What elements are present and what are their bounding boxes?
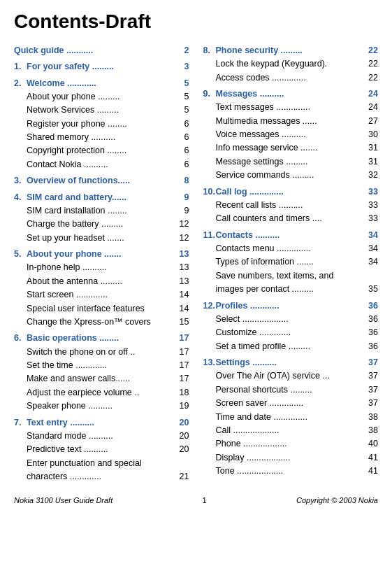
toc-sub-label: Register your phone ........ [27,118,183,131]
toc-sub-page: 27 [368,115,378,128]
toc-sub-page: 20 [180,430,189,443]
toc-sub-page: 40 [368,437,378,451]
toc-sub-page: 37 [368,383,378,397]
toc-sub-entry: Special user interface features14 [14,302,189,316]
toc-main-label: Phone security ......... [216,44,368,57]
toc-sub-page: 24 [368,101,378,114]
toc-sub-entry: Call ................... 38 [203,424,379,437]
footer-left: Nokia 3100 User Guide Draft [14,496,112,504]
toc-number: 8. [203,44,216,57]
toc-number: 7. [14,416,27,430]
toc-sub-label: Call counters and timers .... [216,212,368,225]
toc-number: 3. [14,174,27,188]
toc-sub-entry: Set the time ............. 17 [14,359,189,372]
toc-sub-entry: Types of information ....... 34 [203,255,379,269]
toc-page: 33 [368,185,378,199]
toc-sub-label: Select ................... [216,313,368,326]
toc-sub-label: Predictive text .......... [27,443,178,456]
toc-sub-entry: Call counters and timers .... 33 [203,212,379,225]
toc-sub-label: Set the time ............. [27,359,178,372]
toc-sub-page: 6 [184,131,189,144]
toc-sub-page: 21 [180,470,189,483]
toc-sub-entry: Contacts menu .............. 34 [203,242,379,255]
toc-sub-label: Call ................... [216,424,368,437]
toc-main-entry: 1. For your safety ......... 3 [14,60,189,73]
toc-sub-page: 15 [180,316,189,329]
toc-sub-page: 14 [180,302,189,316]
toc-page: 8 [184,174,189,188]
toc-sub-entry: In-phone help .......... 13 [14,261,189,274]
toc-sub-label: Service commands ......... [216,169,368,182]
toc-sub-label: Set up your headset ....... [27,232,178,245]
toc-main-entry: 5. About your phone ....... 13 [14,248,189,261]
toc-sub-page: 37 [368,397,378,410]
toc-sub-label: Personal shortcuts ......... [216,383,368,397]
toc-page: 5 [184,77,189,90]
toc-sub-entry: characters ............. 21 [14,470,189,483]
footer: Nokia 3100 User Guide Draft 1 Copyright … [14,496,378,504]
toc-sub-entry: Select ................... 36 [203,313,379,326]
toc-sub-entry: Time and date .............. 38 [203,411,379,424]
toc-sub-entry: Change the Xpress-on™ covers15 [14,316,189,329]
toc-sub-entry: Start screen ............. 14 [14,288,189,302]
toc-sub-page: 36 [368,340,378,353]
toc-sub-label: Display .................. [216,451,368,465]
toc-sub-label: Types of information ....... [216,255,368,269]
toc-main-label: Quick guide ........... [14,44,183,57]
toc-sub-label: Tone ................... [216,465,368,478]
toc-sub-page: 32 [368,169,378,182]
toc-sub-entry: Register your phone ........ 6 [14,118,189,131]
toc-main-label: Text entry .......... [27,416,178,430]
toc-sub-label: About the antenna ......... [27,275,178,288]
toc-number: 2. [14,77,27,90]
toc-main-entry: 12. Profiles ............ 36 [203,299,379,313]
toc-sub-entry: Switch the phone on or off .. 17 [14,346,189,359]
toc-sub-label: Shared memory .......... [27,131,183,144]
toc-sub-page: 17 [180,359,189,372]
toc-sub-entry: Set a timed profile ......... 36 [203,340,379,353]
toc-main-entry: 13. Settings .......... 37 [203,356,379,369]
toc-main-entry: 10. Call log .............. 33 [203,185,379,199]
toc-sub-entry: About the antenna ......... 13 [14,275,189,288]
toc-sub-page: 41 [368,465,378,478]
toc-sub-page: 38 [368,411,378,424]
toc-sub-label: characters ............. [27,470,178,483]
toc-sub-label: In-phone help .......... [27,261,178,274]
toc-sub-label: Contacts menu .............. [216,242,368,255]
toc-sub-page: 30 [368,128,378,141]
toc-sub-page: 17 [180,372,189,386]
toc-sub-entry: Tone ................... 41 [203,465,379,478]
toc-sub-label: Speaker phone .......... [27,399,178,413]
toc-sub-label: Time and date .............. [216,411,368,424]
toc-sub-label: Enter punctuation and special [27,457,189,470]
toc-sub-page: 13 [180,261,189,274]
toc-sub-page: 6 [184,118,189,131]
toc-sub-page: 17 [180,346,189,359]
footer-right: Copyright © 2003 Nokia [296,496,378,504]
toc-sub-page: 19 [180,399,189,413]
toc-main-entry: 8. Phone security ......... 22 [203,44,379,57]
left-column: Quick guide ........... 21. For your saf… [14,41,189,484]
toc-sub-entry: Shared memory .......... 6 [14,131,189,144]
toc-main-entry: 3. Overview of functions..... 8 [14,174,189,188]
toc-sub-label: Network Services ......... [27,104,183,117]
toc-number: 6. [14,332,27,345]
toc-sub-label: Set a timed profile ......... [216,340,368,353]
toc-sub-label: images per contact ......... [216,283,368,296]
toc-sub-entry: SIM card installation ........ 9 [14,204,189,218]
toc-sub-page: 34 [368,242,378,255]
toc-container: Quick guide ........... 21. For your saf… [14,41,378,484]
toc-number: 10. [203,185,216,199]
toc-sub-entry: Save numbers, text items, and [203,269,379,283]
toc-sub-entry: About your phone ......... 5 [14,90,189,104]
toc-main-label: Contacts .......... [216,229,368,242]
toc-main-label: About your phone ....... [27,248,178,261]
toc-sub-entry: Speaker phone .......... 19 [14,399,189,413]
toc-sub-page: 33 [368,199,378,212]
toc-sub-entry: Adjust the earpiece volume .. 18 [14,386,189,399]
toc-main-entry: 2. Welcome ............ 5 [14,77,189,90]
toc-main-entry: 9. Messages .......... 24 [203,87,379,101]
toc-sub-entry: Info message service ....... 31 [203,141,379,155]
toc-number: 12. [203,299,216,313]
toc-sub-label: Special user interface features [27,302,178,316]
